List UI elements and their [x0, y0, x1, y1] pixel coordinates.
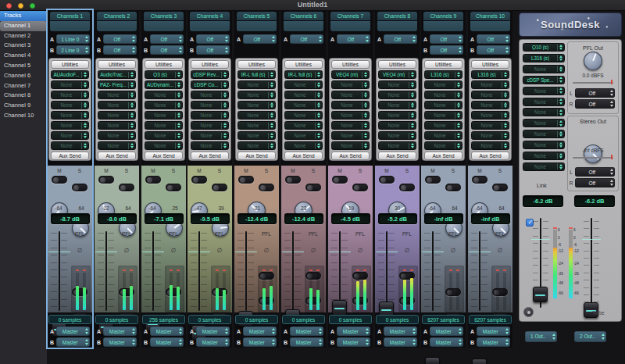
solo-toggle[interactable] — [445, 184, 461, 191]
plugin-slot[interactable]: None — [145, 111, 183, 120]
utilities-button[interactable]: Utilities — [98, 60, 136, 69]
plugin-slot[interactable]: None — [98, 121, 136, 130]
plugin-slot[interactable]: None — [191, 141, 229, 150]
input-a-select[interactable]: Off — [150, 34, 184, 44]
fader-track[interactable] — [292, 231, 294, 311]
plugin-slot[interactable]: VEQ4 (m) — [378, 70, 416, 79]
solo-toggle[interactable] — [305, 184, 321, 191]
master-plugin-slot[interactable]: cDSP Spe... — [523, 76, 565, 84]
fader-track[interactable] — [432, 231, 434, 311]
pfl-right-select[interactable]: Off — [575, 99, 615, 109]
plugin-slot[interactable]: None — [284, 111, 323, 120]
stereo-trim-slider[interactable] — [573, 157, 613, 159]
channel-comment-field[interactable] — [423, 21, 463, 31]
plugin-slot[interactable]: None — [424, 121, 462, 130]
master-plugin-slot[interactable]: None — [523, 130, 565, 138]
utilities-button[interactable]: Utilities — [331, 60, 370, 69]
plugin-slot[interactable]: L316 (s) — [471, 70, 509, 79]
aux-send-button[interactable]: Aux Send — [191, 152, 229, 160]
output-a-select[interactable]: Master — [290, 327, 323, 336]
plugin-slot[interactable]: None — [471, 111, 509, 120]
plugin-slot[interactable]: None — [51, 80, 89, 89]
input-a-select[interactable]: Off — [290, 34, 323, 44]
solo-toggle[interactable] — [166, 184, 181, 191]
plugin-slot[interactable]: None — [98, 111, 136, 120]
channel-comment-field[interactable] — [190, 21, 230, 31]
plugin-slot[interactable]: None — [424, 101, 462, 109]
plugin-slot[interactable]: None — [331, 111, 370, 120]
utilities-button[interactable]: Utilities — [471, 60, 509, 69]
plugin-slot[interactable]: None — [424, 111, 462, 120]
output-b-select[interactable]: Master — [384, 337, 417, 347]
solo-toggle[interactable] — [399, 184, 415, 191]
input-a-select[interactable]: Off — [103, 34, 137, 44]
utilities-button[interactable]: Utilities — [424, 60, 462, 69]
plugin-slot[interactable]: None — [471, 101, 509, 109]
sidebar-item-channel-10[interactable]: Channel 10 — [0, 111, 47, 121]
plugin-slot[interactable]: None — [51, 121, 89, 130]
input-a-select[interactable]: Off — [243, 34, 277, 44]
solo-toggle[interactable] — [352, 184, 368, 191]
channel-comment-field[interactable] — [377, 21, 417, 31]
input-a-select[interactable]: Off — [337, 34, 370, 44]
output-b-select[interactable]: Master — [243, 337, 277, 347]
sidebar-item-channel-3[interactable]: Channel 3 — [0, 41, 47, 51]
fader-track[interactable] — [152, 231, 154, 311]
plugin-slot[interactable]: None — [145, 141, 183, 150]
plugin-slot[interactable]: None — [238, 131, 276, 140]
plugin-slot[interactable]: None — [284, 131, 323, 140]
mute-toggle[interactable] — [379, 176, 395, 184]
sidebar-item-channel-6[interactable]: Channel 6 — [0, 71, 47, 81]
mute-toggle[interactable] — [238, 176, 254, 184]
plugin-slot[interactable]: None — [331, 121, 370, 130]
master-plugin-slot[interactable]: None — [523, 108, 565, 116]
output-b-select[interactable]: Master — [477, 337, 510, 347]
plugin-slot[interactable]: None — [238, 101, 276, 109]
fader-cap[interactable] — [472, 359, 487, 364]
plugin-slot[interactable]: None — [284, 101, 323, 109]
aux-send-button[interactable]: Aux Send — [471, 152, 509, 160]
aux-send-button[interactable]: Aux Send — [145, 152, 183, 160]
master-plugin-slot[interactable]: None — [523, 119, 565, 127]
utilities-button[interactable]: Utilities — [191, 60, 229, 69]
mute-toggle[interactable] — [332, 176, 348, 184]
channel-comment-field[interactable] — [50, 21, 90, 31]
input-a-select[interactable]: 1 Line 0 — [56, 34, 90, 44]
plugin-slot[interactable]: None — [471, 131, 509, 140]
plugin-slot[interactable]: cDSP Rev... — [191, 70, 229, 79]
fader-track[interactable] — [105, 231, 107, 311]
fader-track[interactable] — [59, 231, 60, 311]
plugin-slot[interactable]: None — [284, 91, 323, 99]
output-b-select[interactable]: Master — [337, 337, 370, 347]
output-a-select[interactable]: Master — [477, 327, 510, 336]
plugin-slot[interactable]: PAZ- Freq... — [98, 80, 136, 89]
master-fader-track[interactable] — [591, 218, 592, 308]
mute-toggle[interactable] — [98, 176, 114, 184]
plugin-slot[interactable]: None — [284, 80, 323, 89]
channel-comment-field[interactable] — [237, 21, 277, 31]
master-plugin-slot[interactable]: None — [523, 87, 565, 95]
utilities-button[interactable]: Utilities — [145, 60, 183, 69]
channel-comment-field[interactable] — [284, 21, 323, 31]
plugin-slot[interactable]: None — [238, 121, 276, 130]
input-a-select[interactable]: Off — [196, 34, 230, 44]
plugin-slot[interactable]: None — [145, 121, 183, 130]
plugin-slot[interactable]: None — [238, 91, 276, 99]
fader-track[interactable] — [245, 231, 247, 311]
plugin-slot[interactable]: None — [424, 80, 462, 89]
plugin-slot[interactable]: None — [51, 91, 89, 99]
input-b-select[interactable]: Off — [477, 45, 510, 55]
plugin-slot[interactable]: None — [471, 91, 509, 99]
plugin-slot[interactable]: IR-L full (s) — [284, 70, 323, 79]
master-plugin-slot[interactable]: None — [523, 152, 565, 160]
sidebar-item-channel-1[interactable]: Channel 1 — [0, 21, 47, 31]
plugin-slot[interactable]: None — [424, 141, 462, 150]
output-a-select[interactable]: Master — [103, 327, 137, 336]
output-a-select[interactable]: Master — [243, 327, 277, 336]
pfl-out-knob[interactable] — [584, 52, 602, 70]
master-plugin-slot[interactable]: Q10 (s) — [523, 43, 565, 52]
plugin-slot[interactable]: None — [238, 111, 276, 120]
aux-send-button[interactable]: Aux Send — [424, 152, 462, 160]
fader-track[interactable] — [386, 231, 388, 311]
sidebar-item-channel-5[interactable]: Channel 5 — [0, 61, 47, 71]
